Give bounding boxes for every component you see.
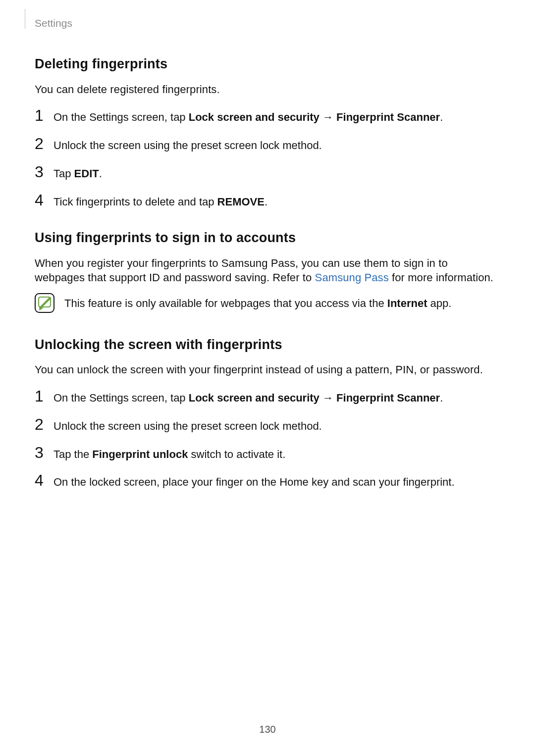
text: On the Settings screen, tap bbox=[54, 111, 189, 123]
step-number: 3 bbox=[35, 164, 47, 180]
text: . bbox=[440, 111, 443, 123]
step-body: Tick fingerprints to delete and tap REMO… bbox=[54, 194, 500, 209]
text: Tap bbox=[54, 167, 74, 180]
text: app. bbox=[428, 297, 452, 309]
step: 2 Unlock the screen using the preset scr… bbox=[35, 416, 500, 434]
link-samsung-pass[interactable]: Samsung Pass bbox=[315, 271, 389, 284]
text: for more information. bbox=[389, 271, 493, 284]
heading-signin: Using fingerprints to sign in to account… bbox=[35, 229, 500, 247]
text: . bbox=[440, 392, 443, 404]
step: 4 On the locked screen, place your finge… bbox=[35, 472, 500, 490]
step: 3 Tap EDIT. bbox=[35, 164, 500, 181]
bold-text: Lock screen and security bbox=[189, 392, 320, 404]
section-deleting-fingerprints: Deleting fingerprints You can delete reg… bbox=[35, 55, 500, 209]
text: Tick fingerprints to delete and tap bbox=[54, 196, 217, 208]
arrow-icon: → bbox=[320, 111, 336, 123]
step-body: On the Settings screen, tap Lock screen … bbox=[54, 109, 500, 125]
step: 1 On the Settings screen, tap Lock scree… bbox=[35, 107, 500, 125]
text: switch to activate it. bbox=[188, 448, 285, 460]
text: On the Settings screen, tap bbox=[54, 392, 189, 404]
step-number: 2 bbox=[35, 136, 47, 151]
bold-text: Fingerprint unlock bbox=[92, 448, 188, 460]
step-body: On the Settings screen, tap Lock screen … bbox=[54, 390, 500, 405]
text: This feature is only available for webpa… bbox=[64, 297, 387, 309]
intro-deleting: You can delete registered fingerprints. bbox=[35, 82, 500, 97]
step-body: Tap EDIT. bbox=[54, 165, 500, 181]
bold-text: Internet bbox=[387, 297, 428, 309]
step-number: 1 bbox=[35, 388, 47, 404]
heading-deleting: Deleting fingerprints bbox=[35, 55, 500, 73]
paragraph-signin: When you register your fingerprints to S… bbox=[35, 256, 500, 285]
bold-text: EDIT bbox=[74, 167, 99, 180]
step-number: 2 bbox=[35, 416, 47, 432]
note-text: This feature is only available for webpa… bbox=[64, 296, 500, 311]
step-body: Tap the Fingerprint unlock switch to act… bbox=[54, 446, 500, 462]
step: 1 On the Settings screen, tap Lock scree… bbox=[35, 388, 500, 405]
step-body: Unlock the screen using the preset scree… bbox=[54, 418, 500, 434]
bold-text: Fingerprint Scanner bbox=[336, 392, 440, 404]
intro-unlock: You can unlock the screen with your fing… bbox=[35, 362, 500, 377]
bold-text: Lock screen and security bbox=[189, 111, 320, 123]
text: . bbox=[99, 167, 102, 180]
text: Tap the bbox=[54, 448, 92, 460]
step-number: 1 bbox=[35, 107, 47, 123]
text: . bbox=[265, 196, 268, 208]
note-icon bbox=[35, 293, 54, 313]
step: 3 Tap the Fingerprint unlock switch to a… bbox=[35, 445, 500, 462]
step-number: 4 bbox=[35, 192, 47, 208]
step-body: On the locked screen, place your finger … bbox=[54, 474, 500, 490]
step-number: 3 bbox=[35, 445, 47, 460]
bold-text: REMOVE bbox=[217, 196, 265, 208]
arrow-icon: → bbox=[320, 392, 336, 404]
section-signin-fingerprints: Using fingerprints to sign in to account… bbox=[35, 229, 500, 316]
heading-unlock: Unlocking the screen with fingerprints bbox=[35, 336, 500, 353]
bold-text: Fingerprint Scanner bbox=[336, 111, 440, 123]
step: 2 Unlock the screen using the preset scr… bbox=[35, 136, 500, 153]
breadcrumb: Settings bbox=[35, 16, 500, 30]
header-divider bbox=[25, 9, 25, 29]
note: This feature is only available for webpa… bbox=[35, 296, 500, 316]
page-number: 130 bbox=[0, 723, 535, 736]
step: 4 Tick fingerprints to delete and tap RE… bbox=[35, 192, 500, 209]
step-number: 4 bbox=[35, 472, 47, 488]
section-unlock-fingerprints: Unlocking the screen with fingerprints Y… bbox=[35, 336, 500, 490]
step-body: Unlock the screen using the preset scree… bbox=[54, 137, 500, 153]
